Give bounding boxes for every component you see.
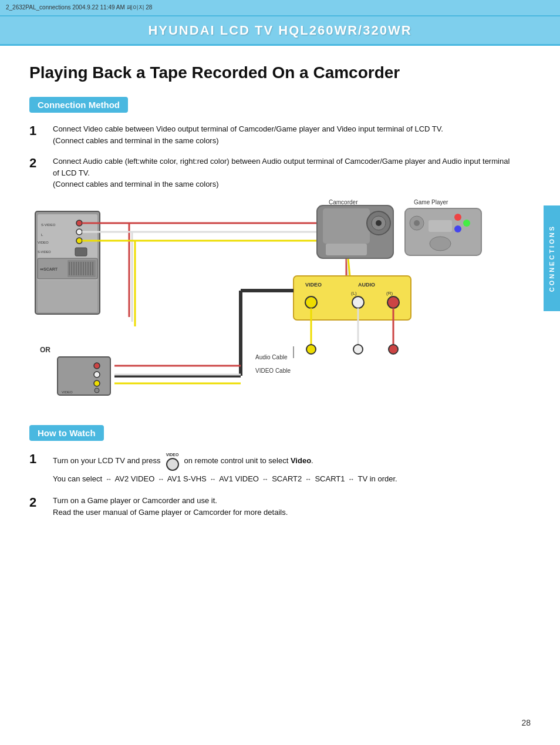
video-button-icon bbox=[166, 458, 179, 471]
how-step-2-number: 2 bbox=[29, 495, 47, 510]
svg-text:VIDEO: VIDEO bbox=[38, 241, 49, 244]
svg-rect-73 bbox=[429, 220, 452, 232]
step-1-text: Connect Video cable between Video output… bbox=[53, 123, 443, 146]
brand-bar: HYUNDAI LCD TV HQL260WR/320WR bbox=[0, 16, 560, 46]
connection-method-badge: Connection Method bbox=[29, 97, 128, 113]
svg-text:(R): (R) bbox=[386, 291, 393, 296]
how-step-1: 1 Turn on your LCD TV and press VIDEO on… bbox=[29, 451, 511, 486]
step-1-number: 1 bbox=[29, 123, 47, 139]
svg-text:VIDEO: VIDEO bbox=[62, 390, 73, 394]
how-step-1-text: Turn on your LCD TV and press VIDEO on r… bbox=[53, 451, 397, 486]
svg-point-49 bbox=[305, 296, 317, 308]
svg-point-74 bbox=[454, 214, 461, 221]
svg-text:Audio Cable: Audio Cable bbox=[255, 354, 288, 360]
brand-title: HYUNDAI LCD TV HQL260WR/320WR bbox=[148, 23, 411, 38]
svg-point-77 bbox=[430, 237, 451, 251]
main-content: Playing Back a Tape Recorded On a Camcor… bbox=[0, 46, 540, 545]
connection-step-2: 2 Connect Audio cable (left:white color,… bbox=[29, 156, 511, 190]
connection-method-section: Connection Method 1 Connect Video cable … bbox=[29, 97, 511, 190]
svg-point-55 bbox=[353, 345, 363, 354]
diagram-area: S·VIDEO L VIDEO S-VIDEO ⇔SCART bbox=[29, 200, 511, 413]
svg-text:Camcorder: Camcorder bbox=[329, 200, 358, 205]
svg-point-75 bbox=[463, 220, 470, 227]
svg-text:OR: OR bbox=[40, 346, 50, 354]
svg-text:S·VIDEO: S·VIDEO bbox=[41, 223, 56, 227]
svg-rect-26 bbox=[58, 357, 110, 395]
svg-rect-65 bbox=[323, 208, 370, 244]
svg-point-53 bbox=[306, 345, 316, 354]
how-step-1-number: 1 bbox=[29, 451, 47, 467]
step-2-number: 2 bbox=[29, 156, 47, 171]
connections-tab-label: CONNECTIONS bbox=[548, 225, 555, 292]
svg-text:(L): (L) bbox=[351, 291, 357, 296]
connections-tab: CONNECTIONS bbox=[544, 205, 560, 311]
svg-text:AUDIO: AUDIO bbox=[358, 282, 375, 288]
svg-point-4 bbox=[76, 229, 82, 235]
how-to-watch-section: How to Watch 1 Turn on your LCD TV and p… bbox=[29, 425, 511, 518]
svg-text:Game Player: Game Player bbox=[414, 200, 448, 205]
selection-sequence: You can select ↔ AV2 VIDEO ↔ AV1 S-VHS ↔… bbox=[53, 473, 397, 486]
svg-text:⇔SCART: ⇔SCART bbox=[40, 267, 58, 271]
svg-rect-69 bbox=[326, 244, 367, 255]
diagram-svg: S·VIDEO L VIDEO S-VIDEO ⇔SCART bbox=[29, 200, 511, 411]
page-title: Playing Back a Tape Recorded On a Camcor… bbox=[29, 63, 511, 82]
how-step-1-suffix: on remote control unit to select Video. bbox=[184, 454, 313, 467]
svg-point-31 bbox=[95, 388, 99, 393]
svg-point-72 bbox=[414, 220, 420, 226]
step-2-text: Connect Audio cable (left:white color, r… bbox=[53, 156, 511, 190]
top-bar-text: 2_2632PAL_connections 2004.9.22 11:49 AM… bbox=[6, 4, 152, 12]
how-step-2-text: Turn on a Game player or Camcorder and u… bbox=[53, 495, 288, 518]
svg-point-51 bbox=[387, 296, 399, 308]
how-step-1-prefix: Turn on your LCD TV and press bbox=[53, 454, 161, 467]
svg-text:VIDEO Cable: VIDEO Cable bbox=[255, 368, 291, 374]
svg-point-5 bbox=[76, 238, 82, 244]
how-step-2: 2 Turn on a Game player or Camcorder and… bbox=[29, 495, 511, 518]
svg-point-29 bbox=[94, 380, 100, 386]
svg-point-76 bbox=[454, 225, 461, 232]
svg-point-3 bbox=[76, 220, 82, 226]
connection-step-1: 1 Connect Video cable between Video outp… bbox=[29, 123, 511, 146]
svg-point-28 bbox=[94, 372, 100, 377]
top-bar: 2_2632PAL_connections 2004.9.22 11:49 AM… bbox=[0, 0, 560, 16]
svg-text:VIDEO: VIDEO bbox=[305, 282, 322, 288]
svg-point-57 bbox=[389, 345, 398, 354]
svg-point-50 bbox=[352, 296, 364, 308]
svg-text:S-VIDEO: S-VIDEO bbox=[38, 250, 51, 254]
svg-point-27 bbox=[94, 363, 100, 369]
svg-point-68 bbox=[376, 220, 382, 226]
svg-rect-24 bbox=[38, 280, 97, 312]
page-number: 28 bbox=[521, 718, 531, 727]
how-to-watch-badge: How to Watch bbox=[29, 425, 104, 441]
svg-rect-6 bbox=[75, 248, 87, 256]
